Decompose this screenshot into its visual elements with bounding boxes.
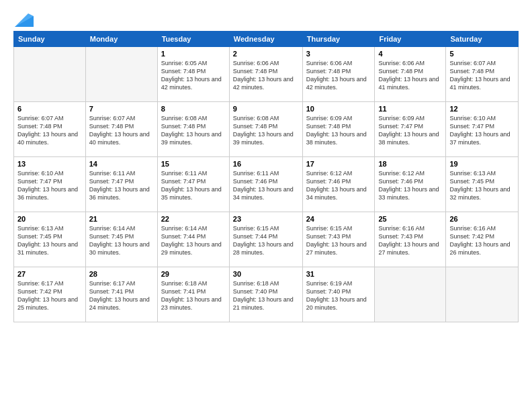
day-number: 17 — [306, 160, 371, 168]
day-number: 5 — [449, 50, 515, 58]
weekday-header: Sunday — [14, 32, 86, 47]
day-number: 23 — [233, 215, 299, 223]
day-info: Sunrise: 6:15 AMSunset: 7:44 PMDaylight:… — [233, 224, 299, 257]
calendar-cell: 11Sunrise: 6:09 AMSunset: 7:47 PMDayligh… — [375, 102, 446, 157]
calendar-cell: 6Sunrise: 6:07 AMSunset: 7:48 PMDaylight… — [14, 102, 86, 157]
day-info: Sunrise: 6:08 AMSunset: 7:48 PMDaylight:… — [233, 114, 299, 147]
day-info: Sunrise: 6:15 AMSunset: 7:43 PMDaylight:… — [306, 224, 371, 257]
calendar-cell: 18Sunrise: 6:12 AMSunset: 7:46 PMDayligh… — [375, 157, 446, 212]
calendar-cell: 27Sunrise: 6:17 AMSunset: 7:42 PMDayligh… — [14, 267, 86, 322]
day-number: 27 — [17, 270, 82, 278]
calendar-cell: 21Sunrise: 6:14 AMSunset: 7:45 PMDayligh… — [85, 212, 157, 267]
weekday-header: Monday — [85, 32, 157, 47]
day-number: 14 — [89, 160, 154, 168]
weekday-header: Wednesday — [229, 32, 302, 47]
calendar-cell: 4Sunrise: 6:06 AMSunset: 7:48 PMDaylight… — [375, 47, 446, 102]
day-number: 21 — [89, 215, 154, 223]
calendar-cell: 15Sunrise: 6:11 AMSunset: 7:47 PMDayligh… — [157, 157, 229, 212]
day-number: 30 — [233, 270, 299, 278]
calendar-cell — [85, 47, 157, 102]
logo-icon — [15, 11, 34, 27]
day-info: Sunrise: 6:07 AMSunset: 7:48 PMDaylight:… — [449, 59, 515, 92]
day-number: 8 — [161, 105, 226, 113]
day-number: 25 — [378, 215, 442, 223]
calendar-cell: 14Sunrise: 6:11 AMSunset: 7:47 PMDayligh… — [85, 157, 157, 212]
day-info: Sunrise: 6:14 AMSunset: 7:44 PMDaylight:… — [161, 224, 226, 257]
calendar-cell: 31Sunrise: 6:19 AMSunset: 7:40 PMDayligh… — [302, 267, 375, 322]
day-info: Sunrise: 6:11 AMSunset: 7:47 PMDaylight:… — [89, 169, 154, 202]
day-info: Sunrise: 6:17 AMSunset: 7:42 PMDaylight:… — [17, 279, 82, 312]
calendar-cell: 30Sunrise: 6:18 AMSunset: 7:40 PMDayligh… — [229, 267, 302, 322]
day-info: Sunrise: 6:06 AMSunset: 7:48 PMDaylight:… — [378, 59, 442, 92]
calendar-cell: 23Sunrise: 6:15 AMSunset: 7:44 PMDayligh… — [229, 212, 302, 267]
calendar-week-row: 27Sunrise: 6:17 AMSunset: 7:42 PMDayligh… — [14, 267, 519, 322]
day-number: 31 — [306, 270, 371, 278]
calendar-week-row: 1Sunrise: 6:05 AMSunset: 7:48 PMDaylight… — [14, 47, 519, 102]
page: SundayMondayTuesdayWednesdayThursdayFrid… — [0, 0, 532, 411]
calendar-table: SundayMondayTuesdayWednesdayThursdayFrid… — [13, 31, 519, 322]
calendar-cell: 12Sunrise: 6:10 AMSunset: 7:47 PMDayligh… — [446, 102, 519, 157]
calendar-cell: 9Sunrise: 6:08 AMSunset: 7:48 PMDaylight… — [229, 102, 302, 157]
day-number: 6 — [17, 105, 82, 113]
calendar-cell: 3Sunrise: 6:06 AMSunset: 7:48 PMDaylight… — [302, 47, 375, 102]
day-info: Sunrise: 6:14 AMSunset: 7:45 PMDaylight:… — [89, 224, 154, 257]
day-info: Sunrise: 6:18 AMSunset: 7:40 PMDaylight:… — [233, 279, 299, 312]
calendar-header-row: SundayMondayTuesdayWednesdayThursdayFrid… — [14, 32, 519, 47]
day-info: Sunrise: 6:17 AMSunset: 7:41 PMDaylight:… — [89, 279, 154, 312]
day-number: 2 — [233, 50, 299, 58]
calendar-cell: 20Sunrise: 6:13 AMSunset: 7:45 PMDayligh… — [14, 212, 86, 267]
day-number: 15 — [161, 160, 226, 168]
svg-marker-1 — [15, 13, 34, 27]
weekday-header: Thursday — [302, 32, 375, 47]
day-number: 19 — [449, 160, 515, 168]
day-number: 24 — [306, 215, 371, 223]
calendar-cell: 22Sunrise: 6:14 AMSunset: 7:44 PMDayligh… — [157, 212, 229, 267]
day-number: 26 — [449, 215, 515, 223]
calendar-cell: 13Sunrise: 6:10 AMSunset: 7:47 PMDayligh… — [14, 157, 86, 212]
calendar-cell: 5Sunrise: 6:07 AMSunset: 7:48 PMDaylight… — [446, 47, 519, 102]
day-info: Sunrise: 6:19 AMSunset: 7:40 PMDaylight:… — [306, 279, 371, 312]
day-info: Sunrise: 6:07 AMSunset: 7:48 PMDaylight:… — [17, 114, 82, 147]
calendar-cell: 29Sunrise: 6:18 AMSunset: 7:41 PMDayligh… — [157, 267, 229, 322]
day-number: 4 — [378, 50, 442, 58]
day-info: Sunrise: 6:06 AMSunset: 7:48 PMDaylight:… — [233, 59, 299, 92]
day-info: Sunrise: 6:10 AMSunset: 7:47 PMDaylight:… — [17, 169, 82, 202]
day-info: Sunrise: 6:16 AMSunset: 7:43 PMDaylight:… — [378, 224, 442, 257]
calendar-cell: 10Sunrise: 6:09 AMSunset: 7:48 PMDayligh… — [302, 102, 375, 157]
day-number: 11 — [378, 105, 442, 113]
calendar-cell: 25Sunrise: 6:16 AMSunset: 7:43 PMDayligh… — [375, 212, 446, 267]
calendar-week-row: 6Sunrise: 6:07 AMSunset: 7:48 PMDaylight… — [14, 102, 519, 157]
calendar-cell: 8Sunrise: 6:08 AMSunset: 7:48 PMDaylight… — [157, 102, 229, 157]
calendar-week-row: 13Sunrise: 6:10 AMSunset: 7:47 PMDayligh… — [14, 157, 519, 212]
day-info: Sunrise: 6:07 AMSunset: 7:48 PMDaylight:… — [89, 114, 154, 147]
day-info: Sunrise: 6:12 AMSunset: 7:46 PMDaylight:… — [306, 169, 371, 202]
day-number: 9 — [233, 105, 299, 113]
day-info: Sunrise: 6:11 AMSunset: 7:46 PMDaylight:… — [233, 169, 299, 202]
day-info: Sunrise: 6:06 AMSunset: 7:48 PMDaylight:… — [306, 59, 371, 92]
day-number: 12 — [449, 105, 515, 113]
day-number: 7 — [89, 105, 154, 113]
calendar-cell: 26Sunrise: 6:16 AMSunset: 7:42 PMDayligh… — [446, 212, 519, 267]
calendar-cell — [14, 47, 86, 102]
calendar-cell: 19Sunrise: 6:13 AMSunset: 7:45 PMDayligh… — [446, 157, 519, 212]
day-info: Sunrise: 6:13 AMSunset: 7:45 PMDaylight:… — [449, 169, 515, 202]
day-info: Sunrise: 6:16 AMSunset: 7:42 PMDaylight:… — [449, 224, 515, 257]
day-number: 18 — [378, 160, 442, 168]
day-info: Sunrise: 6:11 AMSunset: 7:47 PMDaylight:… — [161, 169, 226, 202]
day-info: Sunrise: 6:13 AMSunset: 7:45 PMDaylight:… — [17, 224, 82, 257]
calendar-cell: 1Sunrise: 6:05 AMSunset: 7:48 PMDaylight… — [157, 47, 229, 102]
day-info: Sunrise: 6:05 AMSunset: 7:48 PMDaylight:… — [161, 59, 226, 92]
day-number: 28 — [89, 270, 154, 278]
day-number: 3 — [306, 50, 371, 58]
calendar-cell: 2Sunrise: 6:06 AMSunset: 7:48 PMDaylight… — [229, 47, 302, 102]
weekday-header: Saturday — [446, 32, 519, 47]
header — [13, 11, 519, 24]
day-info: Sunrise: 6:18 AMSunset: 7:41 PMDaylight:… — [161, 279, 226, 312]
calendar-cell — [375, 267, 446, 322]
day-number: 29 — [161, 270, 226, 278]
day-info: Sunrise: 6:09 AMSunset: 7:47 PMDaylight:… — [378, 114, 442, 147]
calendar-cell: 24Sunrise: 6:15 AMSunset: 7:43 PMDayligh… — [302, 212, 375, 267]
day-info: Sunrise: 6:12 AMSunset: 7:46 PMDaylight:… — [378, 169, 442, 202]
day-number: 13 — [17, 160, 82, 168]
logo — [13, 11, 34, 24]
